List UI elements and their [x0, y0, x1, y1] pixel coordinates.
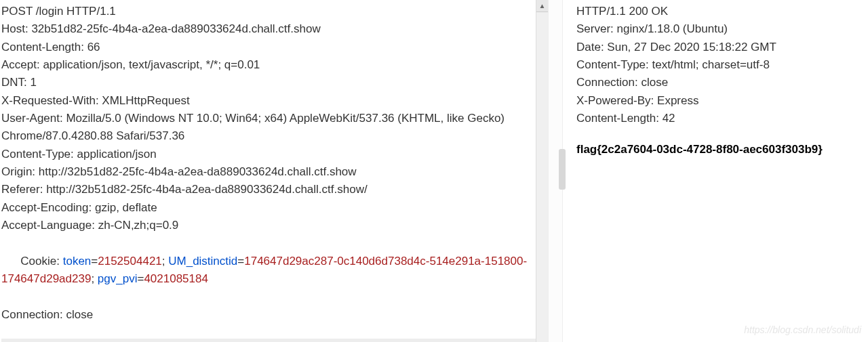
- cookie-name: UM_distinctid: [168, 255, 237, 268]
- request-header-line: Referer: http://32b51d82-25fc-4b4a-a2ea-…: [1, 181, 547, 198]
- request-header-line: Content-Type: application/json: [1, 146, 547, 163]
- request-header-line: Content-Length: 66: [1, 39, 547, 56]
- request-header-line: POST /login HTTP/1.1: [1, 3, 547, 20]
- request-header-line: Origin: http://32b51d82-25fc-4b4a-a2ea-d…: [1, 163, 547, 181]
- cookie-name: token: [63, 255, 92, 268]
- request-header-line: X-Requested-With: XMLHttpRequest: [1, 92, 547, 110]
- cookie-value: 4021085184: [144, 272, 208, 285]
- cookie-name: pgv_pvi: [98, 272, 138, 285]
- response-headers: HTTP/1.1 200 OKServer: nginx/1.18.0 (Ubu…: [576, 3, 863, 127]
- request-header-line: Accept-Language: zh-CN,zh;q=0.9: [1, 217, 547, 234]
- cookie-line: Cookie: token=2152504421; UM_distinctid=…: [1, 234, 547, 305]
- response-body-flag: flag{2c2a7604-03dc-4728-8f80-aec603f303b…: [576, 141, 863, 158]
- pane-splitter-handle[interactable]: [559, 149, 566, 190]
- connection-line: Connection: close: [1, 306, 547, 324]
- response-header-line: HTTP/1.1 200 OK: [576, 3, 863, 20]
- response-header-line: X-Powered-By: Express: [576, 92, 863, 110]
- request-pane[interactable]: POST /login HTTP/1.1Host: 32b51d82-25fc-…: [0, 0, 548, 342]
- request-headers: POST /login HTTP/1.1Host: 32b51d82-25fc-…: [1, 3, 547, 234]
- scrollbar-up-button[interactable]: ▲: [536, 0, 548, 12]
- request-header-line: User-Agent: Mozilla/5.0 (Windows NT 10.0…: [1, 110, 547, 146]
- request-header-line: Accept-Encoding: gzip, deflate: [1, 199, 547, 217]
- response-header-line: Server: nginx/1.18.0 (Ubuntu): [576, 20, 863, 38]
- scrollbar-vertical[interactable]: ▲: [536, 0, 548, 342]
- watermark: https://blog.csdn.net/solitudi: [744, 324, 861, 335]
- http-panes: POST /login HTTP/1.1Host: 32b51d82-25fc-…: [0, 0, 868, 342]
- request-header-line: Accept: application/json, text/javascrip…: [1, 56, 547, 74]
- cookie-value: 2152504421: [98, 255, 162, 268]
- request-header-line: Host: 32b51d82-25fc-4b4a-a2ea-da88903362…: [1, 20, 547, 38]
- request-header-line: DNT: 1: [1, 74, 547, 91]
- response-header-line: Content-Type: text/html; charset=utf-8: [576, 56, 863, 74]
- response-header-line: Content-Length: 42: [576, 110, 863, 127]
- cookie-prefix: Cookie:: [20, 255, 62, 268]
- request-body[interactable]: {"username":"aa","password":"bb","__prot…: [1, 339, 537, 342]
- response-header-line: Connection: close: [576, 74, 863, 91]
- response-header-line: Date: Sun, 27 Dec 2020 15:18:22 GMT: [576, 39, 863, 56]
- response-pane[interactable]: HTTP/1.1 200 OKServer: nginx/1.18.0 (Ubu…: [563, 0, 868, 342]
